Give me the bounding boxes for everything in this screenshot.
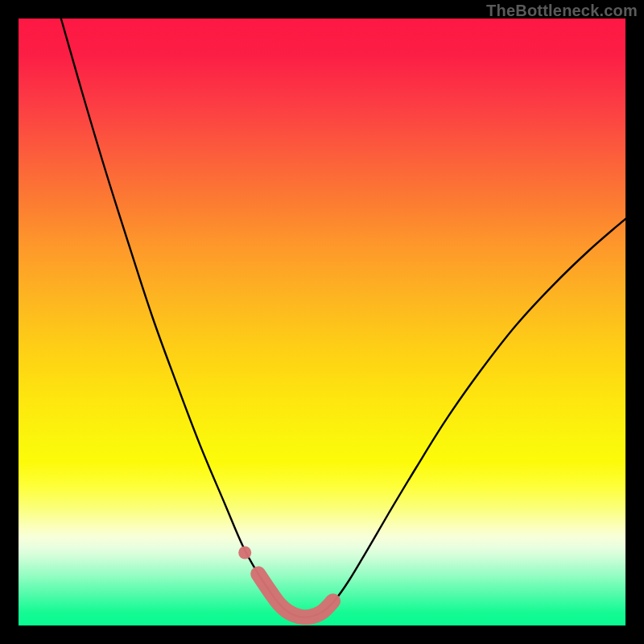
bottleneck-curve — [61, 19, 625, 617]
watermark-text: TheBottleneck.com — [486, 2, 638, 20]
chart-svg — [19, 19, 625, 625]
optimal-zone-marker — [258, 574, 333, 617]
chart-frame — [19, 19, 625, 625]
marker-start-dot — [238, 547, 251, 559]
